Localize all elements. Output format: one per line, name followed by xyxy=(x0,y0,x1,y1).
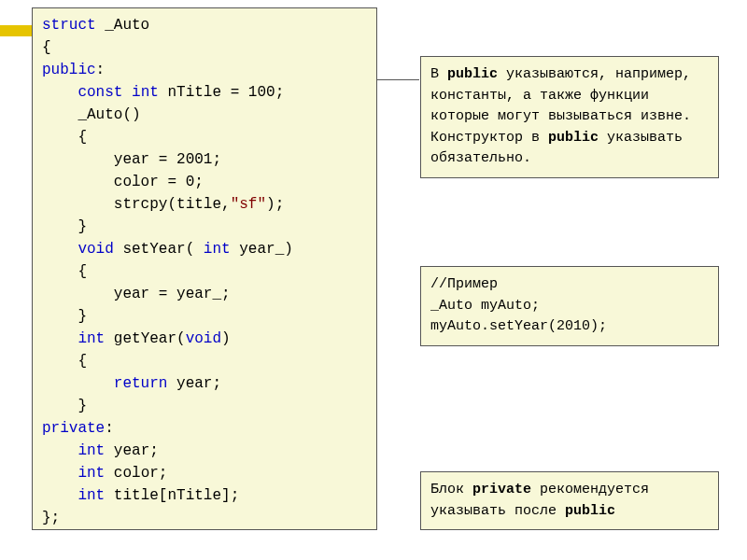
note-private: Блок private рекомендуется указывать пос… xyxy=(420,471,719,530)
note-public-text: В public указываются, например, констант… xyxy=(430,64,709,170)
note-private-text: Блок private рекомендуется указывать пос… xyxy=(430,480,709,522)
accent-bar xyxy=(0,25,35,36)
code-panel: struct _Auto{public: const int nTitle = … xyxy=(32,7,377,530)
note-public: В public указываются, например, констант… xyxy=(420,56,719,178)
example-line-3: myAuto.setYear(2010); xyxy=(430,316,709,338)
example-line-1: //Пример xyxy=(430,274,709,296)
note-example: //Пример _Auto myAuto; myAuto.setYear(20… xyxy=(420,266,719,346)
code-content: struct _Auto{public: const int nTitle = … xyxy=(42,14,367,529)
connector-line xyxy=(377,79,419,80)
example-line-2: _Auto myAuto; xyxy=(430,296,709,317)
